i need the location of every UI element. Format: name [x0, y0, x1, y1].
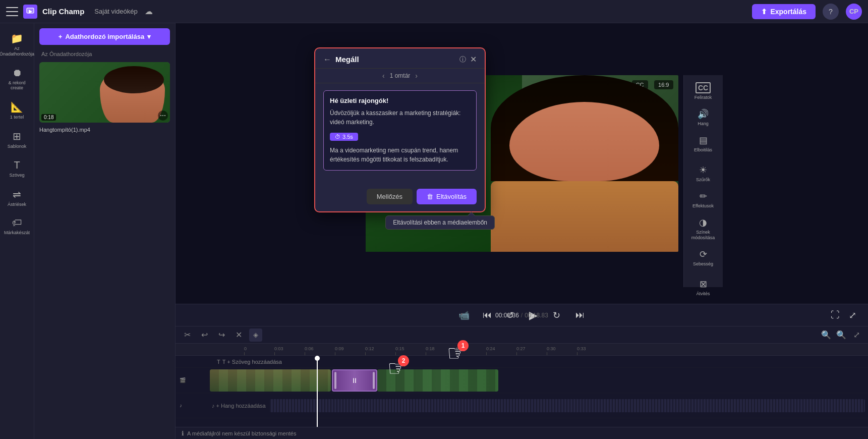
ruler-label: 0:27: [516, 346, 526, 351]
video-clip-selected[interactable]: ⏸: [332, 369, 377, 392]
ruler-mark: 0:03: [274, 346, 305, 355]
ruler-label: 0:18: [426, 346, 435, 351]
video-preview: CC 16:9 CC Feliratok 🔊 Hang ▤ Elboit: [176, 23, 868, 304]
ruler-label: 0:09: [335, 346, 344, 351]
dialog-nav-next[interactable]: ›: [415, 72, 418, 80]
playhead[interactable]: [317, 356, 318, 427]
rp-filters[interactable]: ☀ Szűrők: [685, 160, 721, 187]
transitions-right-icon: ⊠: [700, 279, 707, 290]
ruler-mark: 0:33: [577, 346, 607, 355]
rp-label: Hang: [698, 121, 709, 127]
tl-split-button[interactable]: ◈: [249, 328, 262, 342]
media-filename: Hangtompító(1).mp4: [39, 126, 170, 134]
sidebar-item-template-1[interactable]: 📐 1 tertel: [2, 97, 32, 124]
dismiss-button[interactable]: Mellőzés: [367, 189, 413, 204]
thumbnail-image: [39, 62, 170, 123]
rp-effects[interactable]: ✏ Effektusok: [685, 187, 721, 213]
zoom-out-button[interactable]: 🔍: [820, 328, 833, 342]
rp-label: Szűrők: [696, 177, 710, 183]
zoom-in-button[interactable]: 🔍: [835, 328, 848, 342]
forward-button[interactable]: ↻: [549, 308, 564, 323]
import-label: Adathordozó importálása: [65, 33, 144, 40]
skip-forward-button[interactable]: ⏭: [572, 308, 588, 323]
panel-label: Az Ónadathordozója: [39, 50, 170, 58]
expand-button[interactable]: ⤢: [845, 308, 860, 323]
rp-layout[interactable]: ▤ Elboitilás: [685, 131, 721, 157]
skip-back-button[interactable]: ⏮: [480, 308, 495, 323]
popup-dialog: ← Megáll ⓘ ✕ ‹ 1 omtár › Hé üzleti rajon…: [314, 47, 486, 212]
sidebar-item-label: Ástriések: [8, 202, 26, 207]
ruler-mark: 0:18: [426, 346, 456, 355]
ruler-label: 0:12: [365, 346, 374, 351]
top-bar: Clip Champ Saját videókép ☁ ⬆ Exportálás…: [0, 0, 868, 23]
filters-icon: ☀: [699, 164, 707, 176]
video-clip-2[interactable]: [377, 369, 498, 392]
video-track-clips: ⏸: [210, 368, 868, 393]
tl-redo-button[interactable]: ↪: [215, 328, 228, 342]
template-icon: 📐: [11, 101, 23, 113]
bottom-status: ℹ A médiafájlról nem készül biztonsági m…: [176, 427, 868, 439]
app-title: Clip Champ: [42, 7, 84, 16]
rp-captions[interactable]: CC Feliratok: [685, 78, 721, 104]
color-icon: ◑: [699, 217, 707, 228]
rp-transitions-right[interactable]: ⊠ Átvités: [685, 275, 721, 301]
add-audio-label[interactable]: ♪ + Hang hozzáadása: [212, 403, 266, 409]
tl-delete-button[interactable]: ✕: [232, 328, 245, 342]
help-button[interactable]: ?: [823, 4, 839, 20]
playback-controls: 📹 ⏮ ↺ ▶ ↻ ⏭ 00:08.36 / 00:18.83 ⛶ ⤢: [176, 304, 868, 326]
top-bar-right: ⬆ Exportálás ? CP: [752, 4, 862, 20]
video-control-icon[interactable]: 📹: [456, 308, 472, 323]
record-icon: ⏺: [12, 67, 22, 79]
sidebar-item-templates[interactable]: ⊞ Sablonok: [2, 126, 32, 153]
sidebar-item-label: Az Ónadathordozója: [0, 46, 34, 57]
fit-timeline-button[interactable]: ⤢: [850, 328, 863, 342]
sidebar-item-text[interactable]: T Szöveg: [2, 155, 32, 182]
brand-icon: 🏷: [12, 217, 22, 229]
ruler-mark: 0:09: [335, 346, 365, 355]
fullscreen-button[interactable]: ⛶: [828, 308, 843, 323]
right-tools-panel: CC Feliratok 🔊 Hang ▤ Elboitilás ☀ Szű: [683, 75, 723, 287]
video-track-content: ⏸: [210, 368, 868, 393]
media-icon: 📁: [11, 32, 23, 44]
import-button[interactable]: + Adathordozó importálása ▾: [39, 28, 170, 45]
rp-audio[interactable]: 🔊 Hang: [685, 104, 721, 131]
ruler-label: 0:33: [577, 346, 586, 351]
sidebar-item-record[interactable]: ⏺ & rekord create: [2, 63, 32, 95]
ruler-marks: 0 0:03 0:06 0:09 0:12 0:15 0:18 0:21 0:2…: [244, 344, 868, 355]
dialog-header: ← Megáll ⓘ ✕: [315, 48, 485, 69]
dialog-nav-prev[interactable]: ‹: [382, 72, 385, 80]
export-button[interactable]: ⬆ Exportálás: [752, 4, 816, 19]
add-text-button[interactable]: T T + Szöveg hozzáadása: [217, 359, 282, 365]
ruler-mark: 0:06: [305, 346, 335, 355]
dialog-nav-label: 1 omtár: [390, 72, 411, 79]
rp-color[interactable]: ◑ Színek módosítása: [685, 213, 721, 245]
menu-button[interactable]: [6, 7, 18, 16]
audio-track-icon: ♪: [180, 403, 182, 408]
app-subtitle: Saját videókép: [94, 8, 137, 15]
user-avatar[interactable]: CP: [846, 4, 862, 20]
templates-icon: ⊞: [13, 130, 21, 142]
thumbnail-more-button[interactable]: ⋯: [158, 111, 168, 121]
ruler-label: 0:30: [547, 346, 556, 351]
sidebar-item-media[interactable]: 📁 Az Ónadathordozója: [2, 28, 32, 61]
sidebar-item-brand[interactable]: 🏷 Márkakészát: [2, 213, 32, 240]
timeline-toolbar: ✂ ↩ ↪ ✕ ◈ 🔍 🔍 ⤢: [176, 326, 868, 344]
sidebar-item-transitions[interactable]: ⇌ Ástriések: [2, 184, 32, 211]
ruler-label: 0:21: [456, 346, 465, 351]
dialog-body: Hé üzleti rajongók! Üdvözöljük a kasszas…: [315, 83, 485, 184]
pause-icon: ⏸: [351, 376, 358, 385]
add-text-label: T + Szöveg hozzáadása: [222, 359, 282, 365]
left-sidebar: 📁 Az Ónadathordozója ⏺ & rekord create 📐…: [0, 23, 34, 439]
sidebar-item-label: Szöveg: [9, 173, 24, 178]
dropdown-icon: ▾: [147, 33, 151, 40]
import-icon: +: [59, 33, 63, 40]
ruler-label: 0:03: [274, 346, 283, 351]
rp-speed[interactable]: ⟳ Sebesség: [685, 245, 721, 271]
video-clip-1[interactable]: [210, 369, 331, 392]
dialog-back-button[interactable]: ←: [323, 55, 331, 64]
media-thumbnail[interactable]: 0:18 ⋯: [39, 62, 170, 123]
dialog-close-button[interactable]: ✕: [470, 54, 477, 64]
remove-button[interactable]: 🗑 Eltávolítás: [417, 189, 477, 204]
tl-cut-button[interactable]: ✂: [181, 328, 194, 342]
tl-undo-button[interactable]: ↩: [198, 328, 211, 342]
